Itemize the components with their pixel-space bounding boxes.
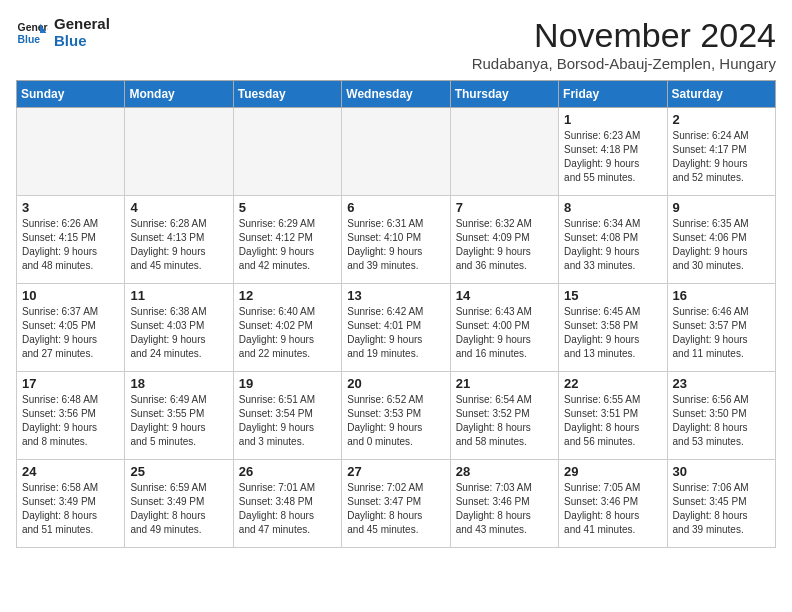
calendar-cell: 19Sunrise: 6:51 AM Sunset: 3:54 PM Dayli… (233, 372, 341, 460)
day-number: 14 (456, 288, 553, 303)
calendar-cell: 29Sunrise: 7:05 AM Sunset: 3:46 PM Dayli… (559, 460, 667, 548)
day-number: 16 (673, 288, 770, 303)
day-number: 8 (564, 200, 661, 215)
logo-line2: Blue (54, 33, 110, 50)
day-number: 18 (130, 376, 227, 391)
day-number: 3 (22, 200, 119, 215)
calendar-cell (342, 108, 450, 196)
logo-line1: General (54, 16, 110, 33)
header-sunday: Sunday (17, 81, 125, 108)
day-number: 12 (239, 288, 336, 303)
day-info: Sunrise: 6:34 AM Sunset: 4:08 PM Dayligh… (564, 217, 661, 273)
day-number: 19 (239, 376, 336, 391)
calendar-cell: 3Sunrise: 6:26 AM Sunset: 4:15 PM Daylig… (17, 196, 125, 284)
calendar-cell (233, 108, 341, 196)
day-number: 4 (130, 200, 227, 215)
day-info: Sunrise: 6:48 AM Sunset: 3:56 PM Dayligh… (22, 393, 119, 449)
calendar-cell: 24Sunrise: 6:58 AM Sunset: 3:49 PM Dayli… (17, 460, 125, 548)
calendar-cell: 12Sunrise: 6:40 AM Sunset: 4:02 PM Dayli… (233, 284, 341, 372)
calendar-cell: 8Sunrise: 6:34 AM Sunset: 4:08 PM Daylig… (559, 196, 667, 284)
calendar-cell: 9Sunrise: 6:35 AM Sunset: 4:06 PM Daylig… (667, 196, 775, 284)
day-info: Sunrise: 6:58 AM Sunset: 3:49 PM Dayligh… (22, 481, 119, 537)
day-info: Sunrise: 6:32 AM Sunset: 4:09 PM Dayligh… (456, 217, 553, 273)
calendar-cell: 25Sunrise: 6:59 AM Sunset: 3:49 PM Dayli… (125, 460, 233, 548)
day-info: Sunrise: 6:59 AM Sunset: 3:49 PM Dayligh… (130, 481, 227, 537)
day-number: 11 (130, 288, 227, 303)
day-info: Sunrise: 6:45 AM Sunset: 3:58 PM Dayligh… (564, 305, 661, 361)
calendar-cell: 26Sunrise: 7:01 AM Sunset: 3:48 PM Dayli… (233, 460, 341, 548)
day-info: Sunrise: 6:28 AM Sunset: 4:13 PM Dayligh… (130, 217, 227, 273)
calendar-table: SundayMondayTuesdayWednesdayThursdayFrid… (16, 80, 776, 548)
day-info: Sunrise: 7:05 AM Sunset: 3:46 PM Dayligh… (564, 481, 661, 537)
week-row-4: 24Sunrise: 6:58 AM Sunset: 3:49 PM Dayli… (17, 460, 776, 548)
calendar-cell: 18Sunrise: 6:49 AM Sunset: 3:55 PM Dayli… (125, 372, 233, 460)
calendar-cell: 7Sunrise: 6:32 AM Sunset: 4:09 PM Daylig… (450, 196, 558, 284)
day-info: Sunrise: 6:55 AM Sunset: 3:51 PM Dayligh… (564, 393, 661, 449)
day-info: Sunrise: 6:40 AM Sunset: 4:02 PM Dayligh… (239, 305, 336, 361)
week-row-0: 1Sunrise: 6:23 AM Sunset: 4:18 PM Daylig… (17, 108, 776, 196)
calendar-cell: 22Sunrise: 6:55 AM Sunset: 3:51 PM Dayli… (559, 372, 667, 460)
day-number: 5 (239, 200, 336, 215)
day-number: 15 (564, 288, 661, 303)
calendar-cell (450, 108, 558, 196)
day-number: 1 (564, 112, 661, 127)
header-friday: Friday (559, 81, 667, 108)
location-subtitle: Rudabanya, Borsod-Abauj-Zemplen, Hungary (472, 55, 776, 72)
calendar-cell (125, 108, 233, 196)
day-info: Sunrise: 6:42 AM Sunset: 4:01 PM Dayligh… (347, 305, 444, 361)
calendar-cell: 1Sunrise: 6:23 AM Sunset: 4:18 PM Daylig… (559, 108, 667, 196)
calendar-cell: 13Sunrise: 6:42 AM Sunset: 4:01 PM Dayli… (342, 284, 450, 372)
day-number: 28 (456, 464, 553, 479)
day-number: 30 (673, 464, 770, 479)
day-number: 6 (347, 200, 444, 215)
header-monday: Monday (125, 81, 233, 108)
day-number: 26 (239, 464, 336, 479)
day-number: 10 (22, 288, 119, 303)
calendar-cell: 10Sunrise: 6:37 AM Sunset: 4:05 PM Dayli… (17, 284, 125, 372)
calendar-cell: 30Sunrise: 7:06 AM Sunset: 3:45 PM Dayli… (667, 460, 775, 548)
page-header: General Blue General Blue November 2024 … (16, 16, 776, 72)
calendar-cell: 2Sunrise: 6:24 AM Sunset: 4:17 PM Daylig… (667, 108, 775, 196)
svg-text:Blue: Blue (18, 33, 41, 44)
calendar-cell (17, 108, 125, 196)
day-info: Sunrise: 7:01 AM Sunset: 3:48 PM Dayligh… (239, 481, 336, 537)
header-thursday: Thursday (450, 81, 558, 108)
calendar-cell: 17Sunrise: 6:48 AM Sunset: 3:56 PM Dayli… (17, 372, 125, 460)
day-info: Sunrise: 6:49 AM Sunset: 3:55 PM Dayligh… (130, 393, 227, 449)
day-info: Sunrise: 6:29 AM Sunset: 4:12 PM Dayligh… (239, 217, 336, 273)
calendar-cell: 23Sunrise: 6:56 AM Sunset: 3:50 PM Dayli… (667, 372, 775, 460)
day-number: 21 (456, 376, 553, 391)
calendar-cell: 5Sunrise: 6:29 AM Sunset: 4:12 PM Daylig… (233, 196, 341, 284)
day-info: Sunrise: 6:51 AM Sunset: 3:54 PM Dayligh… (239, 393, 336, 449)
logo: General Blue General Blue (16, 16, 110, 49)
day-info: Sunrise: 6:24 AM Sunset: 4:17 PM Dayligh… (673, 129, 770, 185)
logo-icon: General Blue (16, 17, 48, 49)
calendar-cell: 21Sunrise: 6:54 AM Sunset: 3:52 PM Dayli… (450, 372, 558, 460)
day-info: Sunrise: 6:38 AM Sunset: 4:03 PM Dayligh… (130, 305, 227, 361)
calendar-cell: 27Sunrise: 7:02 AM Sunset: 3:47 PM Dayli… (342, 460, 450, 548)
day-number: 23 (673, 376, 770, 391)
day-number: 13 (347, 288, 444, 303)
day-number: 9 (673, 200, 770, 215)
day-info: Sunrise: 7:06 AM Sunset: 3:45 PM Dayligh… (673, 481, 770, 537)
day-info: Sunrise: 6:54 AM Sunset: 3:52 PM Dayligh… (456, 393, 553, 449)
day-info: Sunrise: 6:23 AM Sunset: 4:18 PM Dayligh… (564, 129, 661, 185)
calendar-cell: 28Sunrise: 7:03 AM Sunset: 3:46 PM Dayli… (450, 460, 558, 548)
week-row-2: 10Sunrise: 6:37 AM Sunset: 4:05 PM Dayli… (17, 284, 776, 372)
title-block: November 2024 Rudabanya, Borsod-Abauj-Ze… (472, 16, 776, 72)
week-row-1: 3Sunrise: 6:26 AM Sunset: 4:15 PM Daylig… (17, 196, 776, 284)
header-wednesday: Wednesday (342, 81, 450, 108)
day-number: 20 (347, 376, 444, 391)
day-number: 25 (130, 464, 227, 479)
day-info: Sunrise: 6:35 AM Sunset: 4:06 PM Dayligh… (673, 217, 770, 273)
day-info: Sunrise: 7:03 AM Sunset: 3:46 PM Dayligh… (456, 481, 553, 537)
header-tuesday: Tuesday (233, 81, 341, 108)
day-number: 24 (22, 464, 119, 479)
day-info: Sunrise: 6:31 AM Sunset: 4:10 PM Dayligh… (347, 217, 444, 273)
calendar-cell: 16Sunrise: 6:46 AM Sunset: 3:57 PM Dayli… (667, 284, 775, 372)
day-number: 22 (564, 376, 661, 391)
calendar-cell: 20Sunrise: 6:52 AM Sunset: 3:53 PM Dayli… (342, 372, 450, 460)
calendar-header-row: SundayMondayTuesdayWednesdayThursdayFrid… (17, 81, 776, 108)
calendar-cell: 15Sunrise: 6:45 AM Sunset: 3:58 PM Dayli… (559, 284, 667, 372)
day-info: Sunrise: 6:46 AM Sunset: 3:57 PM Dayligh… (673, 305, 770, 361)
